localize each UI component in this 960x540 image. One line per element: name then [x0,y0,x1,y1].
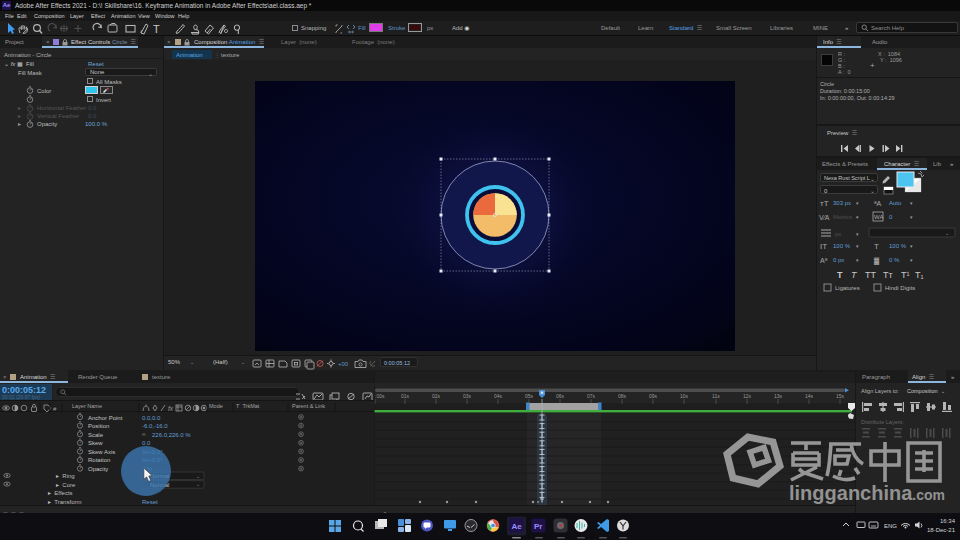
svg-text:TT: TT [865,270,876,280]
svg-text:WA: WA [874,214,883,220]
svg-text:Skew Axis: Skew Axis [88,449,115,455]
svg-text:▾: ▾ [856,231,859,237]
svg-text:05s: 05s [525,393,534,399]
svg-text:Pr: Pr [534,522,542,531]
svg-text:▾: ▾ [856,243,859,249]
svg-text:Reset: Reset [142,499,158,505]
svg-text:100 %: 100 % [833,243,851,249]
svg-text:⌄: ⌄ [196,481,200,487]
svg-text:▾: ▾ [856,200,859,206]
svg-text:тT: тT [820,199,829,208]
svg-text:▾: ▾ [856,214,859,220]
svg-text:0.0,0.0: 0.0,0.0 [142,415,161,421]
svg-text:▸ Transform: ▸ Transform [48,499,81,505]
svg-text:Metrics: Metrics [833,214,852,220]
svg-text:⌄: ⌄ [945,230,949,236]
svg-text:01s: 01s [401,393,410,399]
svg-text:▸ Core: ▸ Core [56,482,76,488]
svg-text:▸ Ring: ▸ Ring [56,473,75,479]
svg-text:13s: 13s [774,393,783,399]
svg-text:02s: 02s [432,393,441,399]
svg-text:Aª: Aª [820,257,828,264]
svg-text:07s: 07s [587,393,596,399]
svg-text:Anchor Point: Anchor Point [88,415,123,421]
svg-text:Position: Position [88,423,109,429]
svg-text:IT: IT [820,242,827,251]
svg-text:T: T [837,270,843,280]
svg-text:⌄: ⌄ [196,473,200,479]
svg-text:∞: ∞ [142,431,146,437]
svg-text:Ae: Ae [512,522,523,531]
svg-text:T: T [851,270,858,280]
svg-text:Hindi Digits: Hindi Digits [885,285,915,291]
svg-text:0: 0 [889,214,893,220]
svg-text:▸ Effects: ▸ Effects [48,490,73,496]
svg-text:▾: ▾ [910,200,913,206]
svg-text:0 px: 0 px [833,257,844,263]
svg-text:V⁄A: V⁄A [819,214,830,221]
svg-text:06s: 06s [556,393,565,399]
svg-text:04s: 04s [494,393,503,399]
svg-text:09s: 09s [649,393,658,399]
svg-text:11s: 11s [712,393,720,399]
svg-text:▓: ▓ [874,257,880,265]
svg-text:Scale: Scale [88,432,104,438]
svg-text::00s: :00s [375,393,385,399]
svg-text:303 px: 303 px [833,200,851,206]
svg-text:T₁: T₁ [915,270,924,280]
svg-text:T: T [874,242,879,251]
svg-text:03s: 03s [463,393,472,399]
svg-text:ENG: ENG [884,523,897,529]
svg-text:10s: 10s [680,393,689,399]
svg-text:226.0,226.0 %: 226.0,226.0 % [152,432,191,438]
svg-text:Auto: Auto [889,200,902,206]
svg-text:Rotation: Rotation [88,457,110,463]
svg-text:12s: 12s [743,393,752,399]
svg-text:Opacity: Opacity [88,466,108,472]
svg-text:15s: 15s [836,393,845,399]
svg-text:▾: ▾ [910,243,913,249]
svg-text:100 %: 100 % [889,243,907,249]
svg-text:Tт: Tт [883,270,893,280]
svg-text:▾: ▾ [856,257,859,263]
svg-text:ªA: ªA [874,200,882,207]
svg-text:T¹: T¹ [901,270,910,280]
svg-text:Ligatures: Ligatures [835,285,860,291]
svg-text:14s: 14s [805,393,814,399]
svg-text:0 %: 0 % [889,257,900,263]
svg-text:px: px [835,231,841,237]
svg-text:Skew: Skew [88,440,103,446]
svg-text:T: T [153,23,160,35]
svg-text:fx: fx [168,405,174,412]
svg-text:▾: ▾ [910,214,913,220]
svg-text:-6.0,-16.0: -6.0,-16.0 [142,423,168,429]
svg-text:08s: 08s [618,393,627,399]
svg-text:▾: ▾ [910,257,913,263]
svg-text:+00: +00 [338,361,349,367]
svg-text:lingganchina.com: lingganchina.com [789,482,945,504]
